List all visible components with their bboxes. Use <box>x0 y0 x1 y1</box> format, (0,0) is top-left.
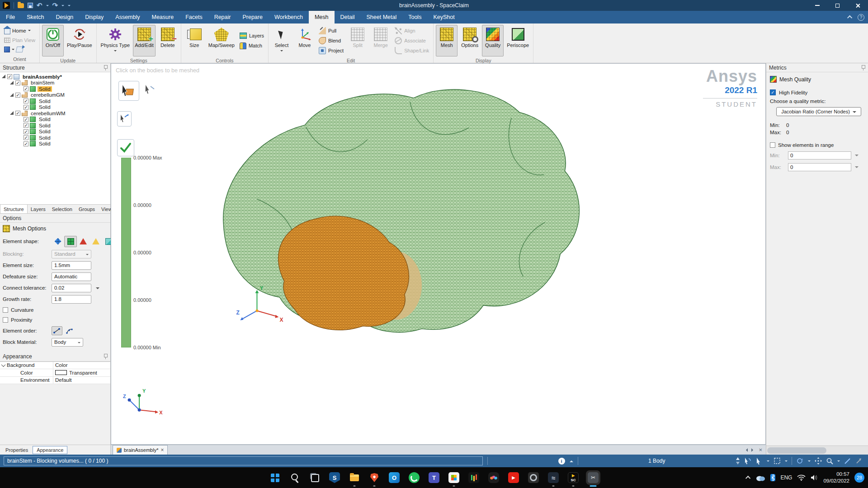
blend-button[interactable]: Blend <box>317 36 345 46</box>
taskbar-icon[interactable] <box>349 472 360 483</box>
tree-row[interactable]: ✓ Solid <box>0 117 110 123</box>
tab-scroll-left-icon[interactable] <box>744 448 748 452</box>
sketch-mode-icon[interactable] <box>16 47 24 52</box>
tree-node-label[interactable]: Solid <box>38 141 52 146</box>
taskbar-icon[interactable] <box>409 472 420 483</box>
delete-button[interactable]: − Delete <box>157 25 179 56</box>
spin-updown-icon[interactable] <box>736 457 740 465</box>
tree-node-label[interactable]: cerebellumWM <box>29 111 67 116</box>
tree-row[interactable]: ✓ Solid <box>0 98 110 104</box>
bottom-tab[interactable]: Appearance <box>33 446 67 454</box>
horizontal-scrollbar[interactable] <box>766 446 868 455</box>
onoff-button[interactable]: On/Off <box>42 25 64 56</box>
map-sweep-button[interactable]: Map/Sweep <box>207 25 236 56</box>
arrow-ne-icon[interactable] <box>855 457 863 465</box>
show-range-checkbox[interactable] <box>770 142 775 148</box>
visibility-checkbox[interactable]: ✓ <box>7 74 12 79</box>
project-button[interactable]: Project <box>317 46 345 56</box>
close-button[interactable] <box>848 0 868 11</box>
pull-button[interactable]: Pull <box>317 26 345 36</box>
split-button[interactable]: Split <box>347 25 368 56</box>
pin-icon[interactable] <box>861 65 865 70</box>
secondary-cursor-icon[interactable] <box>144 84 156 97</box>
bluetooth-icon[interactable] <box>770 474 775 481</box>
merge-button[interactable]: Merge <box>370 25 392 56</box>
taskbar-icon[interactable] <box>369 472 380 483</box>
visibility-checkbox[interactable]: ✓ <box>24 141 28 146</box>
collapse-chevron-icon[interactable] <box>1 362 6 367</box>
size-button[interactable]: Size <box>184 25 205 56</box>
tree-row[interactable]: ✓ Solid <box>0 104 110 111</box>
physics-type-button[interactable]: Physics Type <box>99 25 132 56</box>
element-size-input[interactable]: 1.5mm <box>52 261 91 270</box>
taskbar-icon[interactable] <box>548 472 559 483</box>
customize-toolbar-icon[interactable] <box>68 5 71 8</box>
tree-node-label[interactable]: brainStem <box>29 80 56 85</box>
pan-icon[interactable] <box>815 457 822 465</box>
select-button[interactable]: Select <box>271 25 292 56</box>
shape-link-button[interactable]: Shape/Link <box>393 46 431 56</box>
undo-caret-icon[interactable] <box>46 5 49 8</box>
tab-scroll-right-icon[interactable] <box>751 448 755 452</box>
taskbar-icon[interactable] <box>508 472 519 483</box>
menu-item[interactable]: Measure <box>146 11 179 23</box>
redo-caret-icon[interactable] <box>61 5 64 8</box>
bottom-tab[interactable]: Properties <box>2 446 32 454</box>
menu-item[interactable]: Sheet Metal <box>361 11 403 23</box>
mesh-options-button[interactable]: Options <box>459 25 481 56</box>
undo-icon[interactable]: ↶ <box>37 3 42 8</box>
growth-rate-input[interactable]: 1.8 <box>52 295 91 304</box>
visibility-checkbox[interactable]: ✓ <box>24 99 28 103</box>
save-icon[interactable] <box>28 3 33 8</box>
menu-item[interactable]: Workbench <box>269 11 309 23</box>
proximity-checkbox[interactable] <box>3 317 8 323</box>
match-button[interactable]: Match <box>238 41 266 51</box>
layers-button[interactable]: Layers <box>238 31 266 41</box>
tree-row[interactable]: ✓ Solid <box>0 141 110 147</box>
panel-tab[interactable]: Structure <box>0 205 28 213</box>
document-tab[interactable]: brainAssembly* <box>113 445 168 455</box>
shape-pyramid-button[interactable] <box>90 236 102 247</box>
zoom-icon[interactable] <box>826 457 833 465</box>
appearance-row[interactable]: Environment Default <box>0 377 110 385</box>
clock[interactable]: 00:57 09/02/2022 <box>823 471 849 484</box>
doc-tab-close-icon[interactable] <box>160 447 164 453</box>
add-edit-button[interactable]: + Add/Edit <box>133 25 156 56</box>
shape-tet-red-button[interactable] <box>77 236 90 247</box>
tree-row[interactable]: ✓ Solid <box>0 122 110 129</box>
wifi-icon[interactable] <box>797 474 806 481</box>
panel-tab[interactable]: Selection <box>49 205 75 213</box>
menu-item[interactable]: KeyShot <box>427 11 460 23</box>
info-icon[interactable] <box>558 458 565 465</box>
home-button[interactable]: Home <box>4 27 35 35</box>
tree-node-label[interactable]: Solid <box>38 135 52 141</box>
select-cursor-icon[interactable] <box>755 457 763 465</box>
visibility-checkbox[interactable]: ✓ <box>24 105 28 110</box>
taskbar-icon[interactable] <box>468 472 479 483</box>
tray-expand-icon[interactable] <box>745 476 750 481</box>
menu-item[interactable]: Assembly <box>109 11 146 23</box>
minimize-button[interactable] <box>807 0 827 11</box>
curvature-checkbox[interactable] <box>3 307 8 313</box>
range-min-caret-icon[interactable] <box>855 155 859 158</box>
viewport-3d[interactable]: Y Z X Z Y X Click on the b <box>111 63 766 445</box>
taskbar-icon[interactable] <box>568 472 579 483</box>
shape-tet-blue-button[interactable] <box>52 236 64 247</box>
play-pause-button[interactable]: Play/Pause <box>65 25 94 56</box>
visibility-checkbox[interactable]: ✓ <box>24 123 28 128</box>
defeature-size-input[interactable]: Automatic <box>52 272 91 281</box>
cursor-rotate-icon[interactable] <box>744 457 751 465</box>
collapse-ribbon-icon[interactable] <box>847 15 852 20</box>
language-indicator[interactable]: ENG <box>780 474 792 481</box>
view-cube-icon[interactable] <box>4 47 10 52</box>
menu-item[interactable]: Prepare <box>236 11 268 23</box>
connect-tolerance-caret-icon[interactable] <box>96 287 99 291</box>
tree-row[interactable]: ✓ brainStem <box>0 80 110 86</box>
panel-tab[interactable]: Groups <box>75 205 98 213</box>
pin-icon[interactable] <box>103 65 108 70</box>
redo-icon[interactable]: ↷ <box>52 3 58 8</box>
tree-node-label[interactable]: Solid <box>38 104 52 110</box>
taskbar-icon[interactable] <box>309 472 320 483</box>
open-file-icon[interactable] <box>18 3 24 8</box>
move-button[interactable]: Move <box>294 25 316 56</box>
